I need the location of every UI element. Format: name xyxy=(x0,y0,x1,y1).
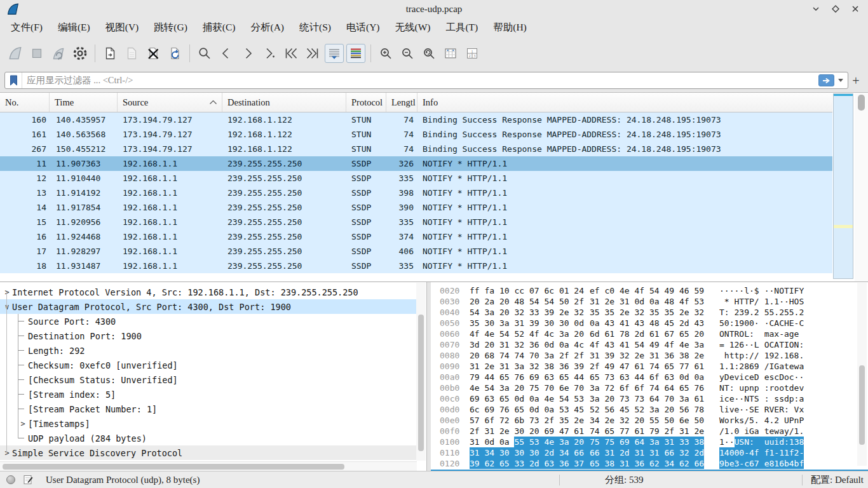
details-horizontal-scrollbar-thumb[interactable] xyxy=(3,464,344,470)
hex-row[interactable]: 00b04e 54 3a 20 75 70 6e 703a 72 6f 6f 7… xyxy=(431,383,868,393)
capture-comment-icon[interactable] xyxy=(24,475,33,485)
packet-row[interactable]: 267150.455212173.194.79.127192.168.1.122… xyxy=(0,142,832,156)
filter-history-dropdown-icon[interactable] xyxy=(837,74,844,86)
detail-row[interactable]: [Stream index: 5] xyxy=(0,387,417,402)
capture-options-button[interactable] xyxy=(71,44,90,63)
packet-row[interactable]: 1711.928297192.168.1.1239.255.255.250SSD… xyxy=(0,244,832,259)
minimize-icon[interactable] xyxy=(811,4,821,13)
packet-row[interactable]: 1611.924468192.168.1.1239.255.255.250SSD… xyxy=(0,229,832,244)
hex-row[interactable]: 005035 30 3a 31 39 30 30 0d0a 43 41 43 4… xyxy=(431,318,868,329)
menu-item[interactable]: 电话(Y) xyxy=(339,19,388,36)
hex-row[interactable]: 00c069 63 65 0d 0a 4e 54 533a 20 73 73 6… xyxy=(431,393,868,404)
packet-row[interactable]: 1811.931487192.168.1.1239.255.255.250SSD… xyxy=(0,259,832,273)
close-file-button[interactable] xyxy=(144,44,163,63)
reload-file-button[interactable] xyxy=(165,44,184,63)
packet-row[interactable]: 1211.910440192.168.1.1239.255.255.250SSD… xyxy=(0,171,832,186)
hex-row[interactable]: 012039 62 65 33 2d 63 36 3765 38 31 36 6… xyxy=(431,458,868,469)
detail-row[interactable]: UDP payload (284 bytes) xyxy=(0,431,417,445)
hex-row[interactable]: 00703d 20 31 32 36 0d 0a 4c4f 43 41 54 4… xyxy=(431,339,868,350)
detail-row[interactable]: Destination Port: 1900 xyxy=(0,329,417,343)
open-file-button[interactable] xyxy=(100,44,119,63)
packet-list-minimap[interactable] xyxy=(833,93,853,279)
bytes-vertical-scrollbar[interactable] xyxy=(857,283,867,466)
go-forward-button[interactable] xyxy=(238,44,257,63)
details-vertical-scrollbar[interactable] xyxy=(416,283,426,461)
first-packet-button[interactable] xyxy=(281,44,301,63)
menu-item[interactable]: 工具(T) xyxy=(438,19,485,36)
colorize-button[interactable] xyxy=(346,44,365,63)
menu-item[interactable]: 帮助(H) xyxy=(485,19,534,36)
hex-row[interactable]: 008020 68 74 74 70 3a 2f 2f31 39 32 2e 3… xyxy=(431,350,868,361)
auto-scroll-button[interactable] xyxy=(325,44,344,63)
expander-right-icon[interactable]: > xyxy=(2,288,12,297)
display-filter-input[interactable]: 应用显示过滤器 ... <Ctrl-/> xyxy=(4,72,848,89)
detail-row[interactable]: ∨User Datagram Protocol, Src Port: 4300,… xyxy=(0,299,417,314)
zoom-in-button[interactable] xyxy=(376,44,395,63)
status-packet-count[interactable]: 分组: 539 xyxy=(605,474,643,486)
menu-item[interactable]: 视图(V) xyxy=(98,19,147,36)
packet-row[interactable]: 160140.435957173.194.79.127192.168.1.122… xyxy=(0,112,832,127)
zoom-reset-button[interactable] xyxy=(419,44,438,63)
menu-item[interactable]: 跳转(G) xyxy=(146,19,195,36)
detail-row[interactable]: Length: 292 xyxy=(0,343,417,358)
layout-button[interactable]: 123 xyxy=(463,44,482,63)
detail-row[interactable]: >Internet Protocol Version 4, Src: 192.1… xyxy=(0,285,417,299)
go-to-packet-button[interactable] xyxy=(260,44,279,63)
expander-right-icon[interactable]: > xyxy=(18,419,28,428)
packet-row[interactable]: 1311.914192192.168.1.1239.255.255.250SSD… xyxy=(0,186,832,200)
column-header-no[interactable]: No. xyxy=(0,93,50,112)
hex-row[interactable]: 011031 34 30 30 30 2d 34 6666 31 2d 31 3… xyxy=(431,447,868,458)
zoom-out-button[interactable] xyxy=(398,44,417,63)
resize-columns-button[interactable] xyxy=(441,44,460,63)
menu-item[interactable]: 文件(F) xyxy=(3,19,50,36)
detail-row[interactable]: Checksum: 0xefc0 [unverified] xyxy=(0,358,417,372)
hex-row[interactable]: 00f02f 31 2e 30 20 69 47 6174 65 77 61 7… xyxy=(431,426,868,437)
column-header-destination[interactable]: Destination xyxy=(222,93,346,112)
packet-row[interactable]: 1111.907363192.168.1.1239.255.255.250SSD… xyxy=(0,156,832,171)
close-icon[interactable] xyxy=(850,4,860,13)
hex-row[interactable]: 00604f 4e 54 52 4f 4c 3a 206d 61 78 2d 6… xyxy=(431,329,868,339)
hex-row[interactable]: 009031 2e 31 3a 32 38 36 392f 49 47 61 7… xyxy=(431,361,868,372)
column-header-length[interactable]: Lengtl xyxy=(386,93,417,112)
menu-item[interactable]: 编辑(E) xyxy=(50,19,98,36)
detail-row[interactable]: >Simple Service Discovery Protocol xyxy=(0,445,417,460)
go-back-button[interactable] xyxy=(217,44,236,63)
hex-row[interactable]: 00a079 44 65 76 69 63 65 4465 73 63 44 6… xyxy=(431,372,868,383)
last-packet-button[interactable] xyxy=(303,44,322,63)
detail-text: Simple Service Discovery Protocol xyxy=(12,448,182,458)
hex-row[interactable]: 003020 2a 20 48 54 54 50 2f31 2e 31 0d 0… xyxy=(431,296,868,307)
find-packet-button[interactable] xyxy=(195,44,214,63)
column-header-source[interactable]: Source xyxy=(118,93,222,112)
maximize-icon[interactable] xyxy=(831,4,841,13)
column-header-protocol[interactable]: Protocol xyxy=(346,93,386,112)
column-header-info[interactable]: Info xyxy=(417,93,832,112)
hex-row[interactable]: 00e057 6f 72 6b 73 2f 35 2e34 2e 32 20 5… xyxy=(431,415,868,426)
menu-item[interactable]: 捕获(C) xyxy=(195,19,243,36)
menu-item[interactable]: 无线(W) xyxy=(388,19,438,36)
packet-row[interactable]: 161140.563568173.194.79.127192.168.1.122… xyxy=(0,127,832,142)
hex-row[interactable]: 004054 3a 20 32 33 39 2e 3235 35 2e 32 3… xyxy=(431,307,868,318)
expert-info-icon[interactable] xyxy=(6,475,15,484)
expander-right-icon[interactable]: > xyxy=(2,449,12,458)
hex-row[interactable]: 010031 0d 0a 55 53 4e 3a 2075 75 69 64 3… xyxy=(431,437,868,447)
packet-row[interactable]: 1511.920956192.168.1.1239.255.255.250SSD… xyxy=(0,215,832,229)
menu-item[interactable]: 统计(S) xyxy=(292,19,339,36)
expander-down-icon[interactable]: ∨ xyxy=(2,302,12,311)
packet-row[interactable]: 1411.917854192.168.1.1239.255.255.250SSD… xyxy=(0,200,832,215)
status-profile[interactable]: 配置: Default xyxy=(811,474,864,486)
hex-row[interactable]: 00d06c 69 76 65 0d 0a 53 4552 56 45 52 3… xyxy=(431,404,868,415)
bytes-vertical-scrollbar-thumb[interactable] xyxy=(859,365,865,445)
details-vertical-scrollbar-thumb[interactable] xyxy=(418,315,424,451)
filter-bookmark-icon[interactable] xyxy=(5,72,22,88)
menu-item[interactable]: 分析(A) xyxy=(243,19,292,36)
details-horizontal-scrollbar[interactable] xyxy=(0,461,417,471)
apply-filter-button[interactable] xyxy=(818,74,834,86)
packet-list-vertical-scrollbar-thumb[interactable] xyxy=(858,95,865,111)
detail-row[interactable]: [Checksum Status: Unverified] xyxy=(0,372,417,387)
hex-row[interactable]: 0020ff fa 10 cc 07 6c 01 24ef c0 4e 4f 5… xyxy=(431,285,868,296)
detail-row[interactable]: >[Timestamps] xyxy=(0,416,417,431)
column-header-time[interactable]: Time xyxy=(50,93,118,112)
detail-row[interactable]: Source Port: 4300 xyxy=(0,314,417,329)
add-filter-button-icon[interactable]: + xyxy=(848,73,864,88)
detail-row[interactable]: [Stream Packet Number: 1] xyxy=(0,402,417,416)
